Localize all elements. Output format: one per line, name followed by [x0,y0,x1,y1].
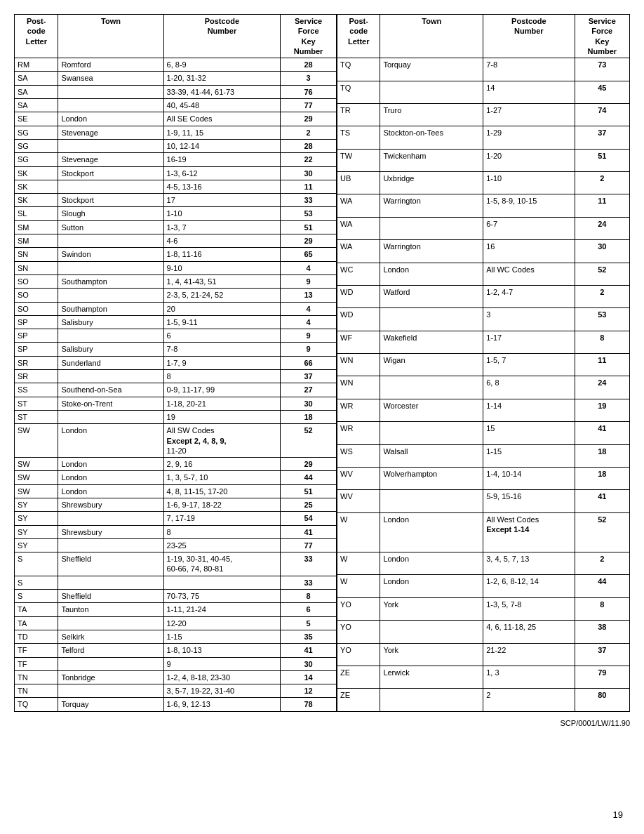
table-row: SASwansea1-20, 31-323 [15,72,337,85]
postcode-letter: SR [15,356,58,369]
postcode-number: 6 [163,329,281,343]
table-row: SP69 [15,329,337,343]
table-row: WVWolverhampton1-4, 10-1418 [337,467,630,489]
service-force-key-number: 53 [281,207,337,220]
service-force-key-number: 9 [281,329,337,343]
service-force-key-number: 74 [575,103,629,126]
table-row: SY7, 17-1954 [15,512,337,525]
town: Torquay [58,698,163,711]
postcode-number: 15 [483,422,575,444]
town: London [58,471,163,484]
town: London [380,263,483,285]
town: London [380,512,483,552]
table-row: WLondon1-2, 6, 8-12, 1444 [337,575,630,597]
table-row: SWLondon4, 8, 11-15, 17-2051 [15,484,337,498]
service-force-key-number: 4 [281,261,337,274]
town: Wigan [380,354,483,376]
service-force-key-number: 52 [575,512,629,552]
table-row: TQTorquay7-873 [337,58,630,81]
service-force-key-number: 37 [575,126,629,149]
postcode-letter: SP [15,315,58,329]
town [58,234,163,248]
postcode-number: 21-22 [483,643,575,666]
postcode-number: All SW CodesExcept 2, 4, 8, 9,11-20 [163,424,281,458]
town [58,85,163,98]
postcode-letter: TW [337,149,380,171]
postcode-number: 1-3, 5, 7-8 [483,597,575,620]
postcode-letter: WN [337,376,380,399]
postcode-number: 1-4, 10-14 [483,467,575,489]
postcode-number: 1-7, 9 [163,356,281,369]
postcode-number: 9 [163,657,281,670]
postcode-letter: TN [15,670,58,684]
postcode-number: 10, 12-14 [163,139,281,152]
table-row: TN3, 5-7, 19-22, 31-4012 [15,684,337,698]
postcode-letter: S [15,552,58,576]
postcode-letter: WA [337,217,380,239]
town [380,217,483,239]
postcode-letter: SN [15,261,58,274]
postcode-letter: SG [15,126,58,139]
town [58,261,163,274]
service-force-key-number: 28 [281,139,337,152]
postcode-number: 1-9, 11, 15 [163,126,281,139]
table-row: SWLondon2, 9, 1629 [15,458,337,471]
town: London [58,112,163,126]
page-container: Post-codeLetter Town PostcodeNumber Serv… [14,14,630,727]
service-force-key-number: 44 [575,575,629,597]
postcode-letter: WR [337,422,380,444]
town: Romford [58,58,163,72]
town [58,289,163,302]
town: Salisbury [58,343,163,356]
town [58,616,163,630]
table-row: UBUxbridge1-102 [337,172,630,194]
postcode-letter: SW [15,458,58,471]
postcode-number: 1-8, 10-13 [163,644,281,657]
postcode-number: 1-5, 9-11 [163,315,281,329]
left-header-postcode: Post-codeLetter [15,15,58,58]
town: Stockport [58,194,163,207]
town: Slough [58,207,163,220]
table-row: SG10, 12-1428 [15,139,337,152]
postcode-number: 1-11, 21-24 [163,603,281,616]
postcode-letter: SP [15,329,58,343]
postcode-number: 70-73, 75 [163,590,281,603]
table-row: WDWatford1-2, 4-72 [337,285,630,307]
table-row: WR1541 [337,422,630,444]
service-force-key-number: 2 [575,285,629,307]
postcode-number: 1-6, 9, 12-13 [163,698,281,711]
postcode-number: 4, 8, 11-15, 17-20 [163,484,281,498]
postcode-number: 6, 8-9 [163,58,281,72]
postcode-letter: SY [15,525,58,538]
postcode-number: 0-9, 11-17, 99 [163,383,281,397]
tables-wrapper: Post-codeLetter Town PostcodeNumber Serv… [14,14,630,712]
service-force-key-number: 51 [281,484,337,498]
service-force-key-number: 41 [575,490,629,512]
table-row: SLSlough1-1053 [15,207,337,220]
town: London [380,575,483,597]
postcode-number: 4, 6, 11-18, 25 [483,621,575,643]
service-force-key-number: 30 [281,397,337,410]
town [58,410,163,423]
postcode-number: 6-7 [483,217,575,239]
postcode-number: 2, 9, 16 [163,458,281,471]
service-force-key-number: 51 [281,220,337,234]
service-force-key-number: 2 [575,172,629,194]
postcode-letter: WN [337,354,380,376]
postcode-letter: TQ [337,58,380,81]
postcode-letter: SW [15,484,58,498]
reference-number: SCP/0001/LW/11.90 [14,719,630,727]
postcode-letter: WD [337,308,380,331]
table-row: TA12-205 [15,616,337,630]
postcode-letter: SK [15,194,58,207]
table-row: SSSouthend-on-Sea0-9, 11-17, 9927 [15,383,337,397]
table-row: SGStevenage1-9, 11, 152 [15,126,337,139]
postcode-letter: WV [337,467,380,489]
town: Southend-on-Sea [58,383,163,397]
postcode-number: 3, 5-7, 19-22, 31-40 [163,684,281,698]
postcode-letter: WF [337,331,380,353]
service-force-key-number: 19 [575,399,629,421]
town [380,81,483,103]
postcode-number: 40, 45-48 [163,99,281,112]
service-force-key-number: 14 [281,670,337,684]
